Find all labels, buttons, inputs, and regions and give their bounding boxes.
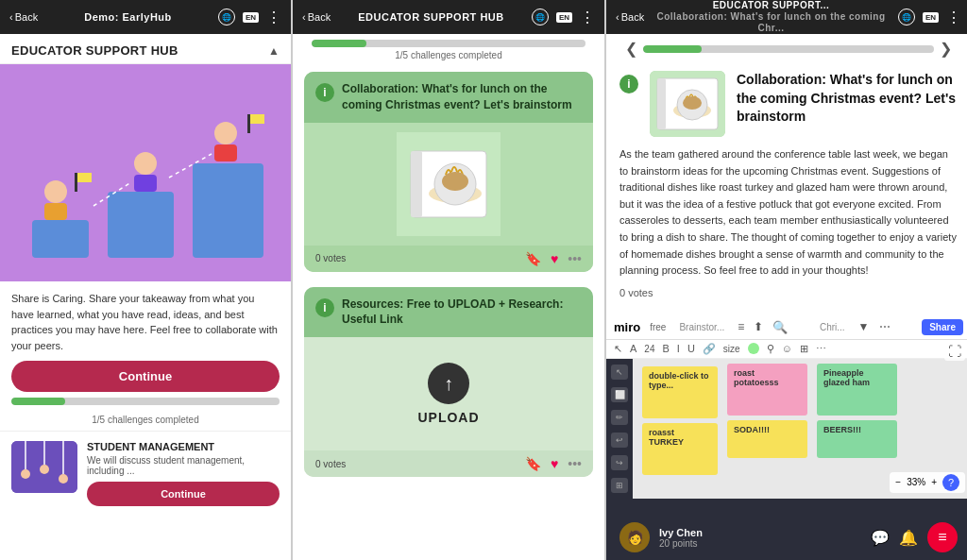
back-label-2: Back	[308, 11, 331, 23]
miro-help-button[interactable]: ?	[942, 474, 959, 491]
collapse-icon[interactable]: ▲	[268, 44, 280, 58]
panel3-progress-bar	[643, 45, 934, 53]
panel1-back-button[interactable]: ‹ Back	[9, 11, 38, 23]
miro-dots2-icon[interactable]: ⋯	[879, 320, 891, 333]
article-info-badge: i	[619, 75, 638, 93]
miro-sidebar-frame[interactable]: ⬜	[611, 387, 628, 402]
panel1-progress-fill	[11, 398, 65, 405]
panel2-progress-label: 1/5 challenges completed	[312, 50, 585, 60]
panel2-back-button[interactable]: ‹ Back	[302, 11, 331, 23]
challenge-votes-1: 0 votes	[315, 253, 346, 263]
nav-right-button[interactable]: ❯	[940, 40, 952, 58]
panel2-menu-icon[interactable]: ⋮	[580, 8, 595, 26]
miro-sidebar: ↖ ⬜ ✏ ↩ ↪ ⊞	[606, 359, 633, 499]
miro-pointer-icon[interactable]: ⚲	[767, 343, 774, 355]
miro-hamburger-icon[interactable]: ≡	[738, 320, 744, 333]
sticky-6[interactable]: roasst TURKEY	[642, 423, 718, 475]
miro-link-icon[interactable]: 🔗	[703, 343, 716, 355]
miro-sidebar-pen[interactable]: ✏	[611, 410, 628, 425]
miro-zoom-in-icon[interactable]: ▼	[858, 320, 870, 333]
sticky-2[interactable]: roast potatoesss	[727, 364, 807, 416]
bookmark-icon-2[interactable]: 🔖	[525, 456, 541, 471]
heart-icon-2[interactable]: ♥	[551, 456, 558, 471]
zoom-plus[interactable]: +	[931, 477, 937, 487]
miro-color-dot[interactable]	[748, 343, 759, 354]
svg-rect-3	[193, 163, 263, 258]
panel3-menu-icon[interactable]: ⋮	[946, 8, 961, 26]
panel3-content: i Colla	[606, 61, 967, 515]
miro-cursor-icon[interactable]: ↖	[614, 343, 622, 355]
miro-board-canvas[interactable]: double-click to type... roast potatoesss…	[633, 359, 967, 499]
student-management-continue-button[interactable]: Continue	[87, 482, 280, 506]
miro-sidebar-redo[interactable]: ↪	[611, 455, 628, 470]
upload-area[interactable]: ↑ UPLOAD	[304, 337, 593, 450]
miro-sidebar-grid[interactable]: ⊞	[611, 478, 628, 493]
panel2-globe-icon[interactable]: 🌐	[532, 8, 549, 25]
miro-upload-icon[interactable]: ⬆	[754, 320, 763, 333]
panel2-progress-bar	[312, 40, 585, 47]
panel3-back-button[interactable]: ‹ Back	[616, 11, 644, 23]
menu-dots-icon[interactable]: ⋮	[266, 8, 281, 26]
back-label-3: Back	[621, 11, 644, 23]
challenge-actions-2: 🔖 ♥ •••	[525, 456, 582, 471]
svg-point-18	[21, 469, 30, 479]
user-avatar: 🧑	[619, 522, 650, 552]
panel1-progress-bar	[11, 398, 280, 405]
miro-share-button[interactable]: Share	[922, 319, 963, 335]
article-votes: 0 votes	[619, 287, 958, 298]
miro-more2-icon[interactable]: ⋯	[816, 343, 826, 355]
more-icon-1[interactable]: •••	[568, 251, 582, 266]
miro-canvas-area: ↖ ⬜ ✏ ↩ ↪ ⊞ double-click to type... roas…	[606, 359, 967, 499]
miro-search-icon[interactable]: 🔍	[772, 320, 788, 334]
more-icon-2[interactable]: •••	[568, 456, 582, 471]
heart-icon-1[interactable]: ♥	[551, 251, 558, 266]
sticky-1[interactable]: double-click to type...	[642, 366, 718, 418]
chat-icon[interactable]: 💬	[871, 529, 890, 547]
panel3-globe-icon[interactable]: 🌐	[898, 8, 915, 25]
nav-left-button[interactable]: ❮	[625, 40, 637, 58]
miro-bold-icon[interactable]: B	[662, 343, 669, 354]
panel3-subtitle: Collaboration: What's for lunch on the c…	[644, 11, 898, 34]
miro-emoji-icon[interactable]: ☺	[782, 343, 792, 354]
miro-board-embed[interactable]: miro free Brainstor... ≡ ⬆ 🔍 Chri... ▼ ⋯…	[606, 315, 967, 515]
miro-sidebar-undo[interactable]: ↩	[611, 433, 628, 448]
panel1-progress-label: 1/5 challenges completed	[0, 415, 291, 425]
miro-sidebar-cursor[interactable]: ↖	[611, 365, 628, 380]
challenge-title-1: Collaboration: What's for lunch on the c…	[342, 81, 582, 113]
bottom-action-icons: 💬 🔔	[871, 529, 918, 547]
challenge-card-1[interactable]: i Collaboration: What's for lunch on the…	[304, 72, 593, 272]
svg-rect-7	[77, 173, 92, 182]
miro-zoom-controls: − 33% + ?	[890, 472, 965, 493]
bell-icon[interactable]: 🔔	[899, 529, 918, 547]
miro-expand-icon[interactable]: ⛶	[944, 342, 965, 361]
user-info: Ivy Chen 20 points	[659, 527, 861, 549]
sticky-4[interactable]: SODA!!!!	[727, 420, 807, 458]
miro-text-icon[interactable]: A	[630, 343, 636, 354]
miro-italic-icon[interactable]: I	[677, 343, 680, 354]
info-badge-2: i	[315, 298, 334, 317]
zoom-minus[interactable]: −	[895, 477, 901, 487]
panel1-continue-button[interactable]: Continue	[11, 361, 280, 392]
miro-grid-icon[interactable]: ⊞	[800, 343, 808, 355]
fab-button[interactable]: ≡	[927, 522, 958, 552]
miro-size-label2: size	[723, 344, 740, 354]
panel1-topbar: ‹ Back Demo: EarlyHub 🌐 EN ⋮	[0, 0, 291, 34]
sticky-5[interactable]: BEERS!!!	[817, 420, 897, 458]
challenge-card-2[interactable]: i Resources: Free to UPLOAD + Research: …	[304, 287, 593, 478]
article-image	[650, 71, 725, 137]
svg-rect-9	[134, 175, 157, 192]
panel3-title: EDUCATOR SUPPORT...	[644, 0, 898, 11]
svg-point-28	[442, 172, 468, 191]
panel3-title-area: EDUCATOR SUPPORT... Collaboration: What'…	[644, 0, 898, 34]
article-body: As the team gathered around the conferen…	[619, 146, 958, 280]
svg-rect-25	[411, 151, 422, 217]
article-header: i Colla	[619, 71, 958, 137]
bookmark-icon-1[interactable]: 🔖	[525, 251, 541, 266]
globe-icon[interactable]: 🌐	[218, 8, 235, 25]
miro-sub-toolbar: ↖ A 24 B I U 🔗 size ⚲ ☺ ⊞ ⋯	[606, 340, 967, 359]
sticky-3[interactable]: Pineapple glazed ham	[817, 364, 897, 416]
user-name: Ivy Chen	[659, 527, 861, 538]
miro-underline-icon[interactable]: U	[687, 343, 695, 354]
svg-point-22	[59, 474, 68, 484]
article-title: Collaboration: What's for lunch on the c…	[737, 71, 958, 127]
